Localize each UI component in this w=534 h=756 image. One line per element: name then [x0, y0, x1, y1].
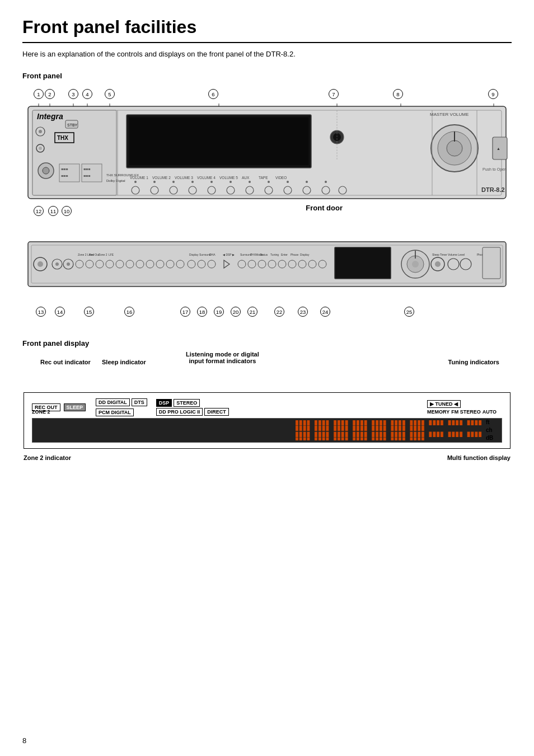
svg-text:Push to Open: Push to Open	[483, 167, 507, 172]
svg-text:Display: Display	[300, 253, 310, 256]
direct-indicator: DIRECT	[204, 408, 229, 416]
dd-digital-indicator: DD DIGITAL	[96, 398, 130, 406]
front-panel-section-title: Front panel	[22, 72, 512, 80]
page-title: Front panel facilities	[22, 17, 512, 43]
callout-24: 24	[320, 307, 330, 317]
callout-25: 25	[404, 307, 414, 317]
svg-text:Integra: Integra	[37, 112, 63, 121]
svg-text:AUX: AUX	[242, 176, 250, 180]
svg-point-47	[210, 181, 213, 183]
listening-mode-label: Listening mode or digital input format i…	[186, 351, 259, 364]
callout-11: 11	[48, 206, 58, 216]
svg-point-53	[325, 181, 327, 183]
top-callouts: 1 2 3 4 5 6 7 8 9	[24, 86, 510, 104]
callout-15: 15	[84, 307, 94, 317]
callout-13: 13	[36, 307, 46, 317]
svg-point-129	[412, 261, 419, 267]
callout-21: 21	[247, 307, 257, 317]
unit-ch: ch	[486, 426, 497, 434]
display-section-title: Front panel display	[22, 339, 512, 348]
svg-text:Sleep Timer Volume Level: Sleep Timer Volume Level	[432, 253, 465, 256]
svg-rect-137	[483, 247, 500, 279]
svg-text:DHA: DHA	[209, 253, 216, 256]
unit-ft: ft	[486, 419, 497, 426]
callout-16: 16	[124, 307, 134, 317]
svg-point-86	[67, 262, 70, 266]
svg-text:VOLUME 4: VOLUME 4	[197, 176, 216, 180]
svg-point-43	[134, 181, 137, 183]
svg-rect-79	[28, 242, 506, 287]
svg-text:LFE: LFE	[109, 253, 114, 256]
svg-point-5	[39, 130, 42, 133]
callout-17: 17	[180, 307, 190, 317]
fm-stereo-text: FM STEREO	[451, 409, 481, 415]
svg-point-7	[39, 147, 42, 150]
display-section: Front panel display Rec out indicator Sl…	[22, 339, 512, 461]
second-panel-diagram: Zone 2 Level Rec Out Zone 2 LFE Display …	[24, 236, 510, 322]
svg-point-49	[249, 181, 251, 183]
svg-point-46	[191, 181, 194, 183]
dot-matrix-display: // dots rendered via SVG var cols = 130,…	[32, 418, 502, 443]
callout-7: 7	[329, 89, 339, 99]
bottom-callouts: 13 14 15 16 17 18 19 20 21 22 23 24 25	[24, 304, 510, 322]
svg-text:TAPE: TAPE	[259, 176, 268, 180]
callout-4: 4	[82, 89, 92, 99]
dot-matrix-svg: // dots rendered via SVG var cols = 130,…	[37, 420, 294, 440]
svg-text:Dolby Digital: Dolby Digital	[106, 179, 125, 182]
svg-text:VOLUME 1: VOLUME 1	[130, 176, 148, 180]
svg-text:Phase: Phase	[291, 253, 298, 256]
zone2-bottom-label: Zone 2 indicator	[24, 454, 71, 461]
dts-indicator: DTS	[132, 398, 147, 406]
rec-out-label: Rec out indicator	[40, 359, 91, 365]
callout-8: 8	[393, 89, 403, 99]
svg-point-85	[55, 262, 59, 266]
callout-20: 20	[231, 307, 241, 317]
svg-text:VOLUME 5: VOLUME 5	[219, 176, 238, 180]
dsp-indicator: DSP	[156, 399, 172, 407]
callout-6: 6	[208, 89, 218, 99]
svg-point-52	[306, 181, 308, 183]
svg-point-132	[435, 261, 441, 267]
tuning-label: Tuning indicators	[448, 359, 499, 365]
svg-point-45	[172, 181, 175, 183]
svg-point-48	[229, 181, 232, 183]
svg-rect-14	[59, 164, 79, 182]
callout-10: 10	[62, 206, 72, 216]
multi-function-label: Multi function display	[447, 454, 510, 461]
svg-point-51	[287, 181, 289, 183]
svg-point-44	[153, 181, 156, 183]
callout-23: 23	[298, 307, 308, 317]
svg-text:≡≡≡: ≡≡≡	[61, 174, 68, 178]
display-units: ft ch dB	[486, 419, 497, 442]
display-bottom-labels: Zone 2 indicator Multi function display	[24, 454, 510, 461]
svg-text:Display: Display	[189, 253, 199, 256]
svg-text:MASTER VOLUME: MASTER VOLUME	[430, 112, 469, 117]
svg-text:VIDEO: VIDEO	[275, 176, 287, 180]
callout-3: 3	[68, 89, 78, 99]
display-inner-box: REC OUT SLEEP DD DIGITAL DTS PCM DIGITAL	[24, 392, 510, 449]
pcm-digital-indicator: PCM DIGITAL	[96, 408, 134, 416]
svg-text:Tuning: Tuning	[270, 253, 279, 256]
svg-point-82	[38, 261, 43, 267]
intro-text: Here is an explanation of the controls a…	[22, 50, 512, 58]
front-panel-diagram: 1 2 3 4 5 6 7 8 9 Integra THX	[24, 86, 510, 219]
page-number: 8	[22, 736, 26, 745]
svg-rect-126	[335, 247, 391, 279]
svg-text:◀ DSP ▶: ◀ DSP ▶	[223, 253, 235, 256]
callout-1: 1	[34, 89, 44, 99]
svg-text:Status: Status	[260, 253, 268, 256]
display-annotations-wrapper: Rec out indicator Sleep indicator Listen…	[24, 359, 510, 461]
sleep-label: Sleep indicator	[102, 359, 146, 365]
callout-5: 5	[105, 89, 115, 99]
svg-text:≡≡≡: ≡≡≡	[83, 174, 90, 178]
callout-14: 14	[55, 307, 65, 317]
auto-text: AUTO	[483, 409, 496, 415]
svg-point-13	[43, 167, 49, 174]
svg-point-50	[268, 181, 270, 183]
svg-text:THX: THX	[57, 135, 68, 141]
callout-9: 9	[488, 89, 498, 99]
front-door-label: Front door	[306, 204, 343, 212]
callout-22: 22	[274, 307, 284, 317]
svg-text:≡≡≡: ≡≡≡	[83, 167, 90, 171]
callout-2: 2	[45, 89, 55, 99]
